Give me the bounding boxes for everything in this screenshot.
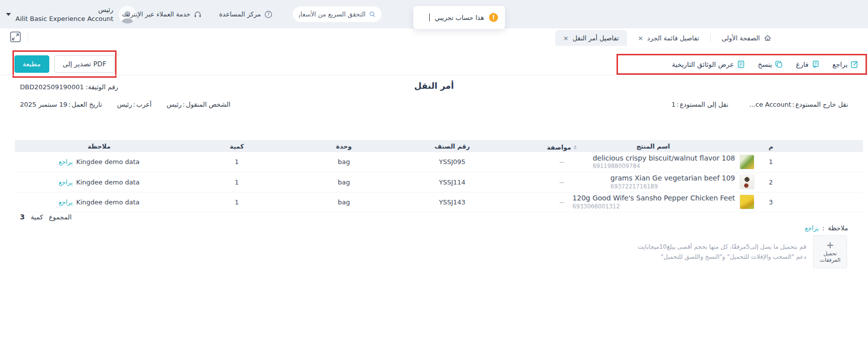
demo-account-notice: ! هذا حساب تجريبي <box>413 6 505 29</box>
search-input[interactable] <box>299 10 366 18</box>
tabs: الصفحة الأولى تفاصيل قائمة الجرد × تفاصي… <box>555 30 779 46</box>
note-text: Kingdee demo data <box>76 178 139 186</box>
product-name: 120g Good Wife's Sansho Pepper Chicken F… <box>573 194 735 203</box>
expand-icon <box>10 31 21 42</box>
totals-row: المجموع كمية 3 <box>20 213 72 221</box>
upload-hint: قم بتحميل ما يصل إلى5مرفقًا، كل منها بحج… <box>637 242 806 262</box>
quantity-cell: 1 <box>183 192 290 212</box>
header-quantity: كمية <box>183 140 290 152</box>
tab-inventory-details[interactable]: تفاصيل قائمة الجرد × <box>630 30 707 46</box>
row-index: 1 <box>758 152 783 172</box>
row-spacer <box>783 192 863 212</box>
note-cell: Kingdee demo data يراجع <box>15 172 183 192</box>
warning-icon: ! <box>489 13 498 22</box>
quantity-cell: 1 <box>183 152 290 172</box>
header-index: م <box>758 140 783 152</box>
field-separator: : <box>677 101 679 108</box>
tab-home[interactable]: الصفحة الأولى <box>714 30 779 46</box>
warehouse-fields: نقل خارج المستودع:ce Account... نقل إلى … <box>671 101 848 108</box>
review-label: يراجع <box>833 60 848 68</box>
row-spacer <box>783 152 863 172</box>
void-button[interactable]: فارغ <box>796 60 819 68</box>
copy-button[interactable]: ينسخ <box>758 60 783 68</box>
quantity-cell: 1 <box>183 172 290 192</box>
upload-hint-line2: دعم "السحب والإفلات للتحميل" و"النسخ وال… <box>637 252 806 262</box>
field-label: نقل إلى المستودع <box>680 101 729 108</box>
product-thumbnail <box>740 175 754 189</box>
user-account-name: Ailit Basic Experience Account <box>15 14 114 23</box>
edit-icon <box>851 60 859 68</box>
item-number-cell: YSSJ095 <box>397 152 507 172</box>
field-transfer-in-warehouse: نقل إلى المستودع:1 <box>671 101 728 108</box>
tab-inventory-label: تفاصيل قائمة الجرد <box>647 34 699 42</box>
svg-text:?: ? <box>267 12 269 17</box>
document-lines-icon <box>737 60 745 68</box>
search-icon <box>369 10 375 18</box>
row-spacer <box>783 172 863 192</box>
row-index: 3 <box>758 192 783 212</box>
table-row: 3 120g Good Wife's Sansho Pepper Chicken… <box>15 192 863 212</box>
note-review-link[interactable]: يراجع <box>59 158 73 166</box>
product-cell: delicious crispy biscuit/walnut flavor 1… <box>617 152 758 172</box>
attachments-section: + تحميل المرفقات قم بتحميل ما يصل إلى5مر… <box>637 235 847 268</box>
note-separator: : <box>822 224 824 232</box>
print-export-group: مطبعة تصدير إلى PDF <box>12 50 117 78</box>
home-icon <box>764 34 771 42</box>
product-barcode: 6937221716189 <box>611 183 658 190</box>
tab-home-label: الصفحة الأولى <box>722 34 760 42</box>
sort-icon[interactable] <box>574 145 577 150</box>
product-barcode: 6911988009784 <box>593 163 640 170</box>
spec-cell: -- <box>507 172 617 192</box>
review-button[interactable]: يراجع <box>833 60 859 68</box>
item-number-cell: YSSJ114 <box>397 172 507 192</box>
copy-icon <box>775 60 783 68</box>
note-review-link[interactable]: يراجع <box>59 178 73 186</box>
note-review-link[interactable]: يراجع <box>59 198 73 206</box>
document-actions: يراجع فارغ ينسخ عرض الوثائق التاريخية <box>617 54 867 75</box>
expand-button[interactable] <box>10 31 21 42</box>
text-caret <box>429 13 430 21</box>
field-separator: : <box>68 101 70 108</box>
tab-transfer-order-details[interactable]: تفاصيل أمر النقل × <box>555 30 627 46</box>
field-label: نقل خارج المستودع <box>795 101 848 108</box>
row-index: 2 <box>758 172 783 192</box>
unit-cell: bag <box>290 172 397 192</box>
question-circle-icon: ? <box>264 10 272 18</box>
help-center-link[interactable]: ? مركز المساعدة <box>219 0 272 28</box>
chevron-down-icon <box>6 13 11 16</box>
total-qty-label: كمية <box>31 213 43 221</box>
upload-hint-line1: قم بتحميل ما يصل إلى5مرفقًا، كل منها بحج… <box>637 242 806 252</box>
upload-label: تحميل المرفقات <box>814 250 847 263</box>
print-button[interactable]: مطبعة <box>14 55 49 72</box>
note-cell: Kingdee demo data يراجع <box>15 192 183 212</box>
item-number-cell: YSSJ143 <box>397 192 507 212</box>
note-review-link[interactable]: يراجع <box>805 224 819 232</box>
view-history-label: عرض الوثائق التاريخية <box>672 60 734 68</box>
total-label: المجموع <box>49 213 71 221</box>
plus-icon: + <box>826 240 834 250</box>
field-separator: : <box>133 101 135 108</box>
divider <box>710 34 711 42</box>
field-value: 1 <box>671 101 675 108</box>
field-declared-by: أعرب:رئيس <box>117 101 152 108</box>
export-pdf-button[interactable]: تصدير إلى PDF <box>54 55 115 72</box>
product-cell: grams Xian Ge vegetarian beef 109 693722… <box>617 172 758 192</box>
field-value: ce Account... <box>749 101 791 108</box>
product-name: delicious crispy biscuit/walnut flavor 1… <box>593 154 735 163</box>
customer-service-label: خدمة العملاء عبر الإنترنت <box>122 10 190 18</box>
close-tab-icon[interactable]: × <box>563 35 569 41</box>
divider <box>28 32 28 42</box>
table-header-row: م اسم المنتج مواصفة رقم الصنف وحدة كمية … <box>15 140 863 152</box>
view-history-button[interactable]: عرض الوثائق التاريخية <box>672 60 745 68</box>
quick-price-search[interactable] <box>293 6 381 22</box>
product-name: grams Xian Ge vegetarian beef 109 <box>611 174 735 183</box>
headset-icon <box>194 10 202 18</box>
close-tab-icon[interactable]: × <box>638 35 643 41</box>
header-specification[interactable]: مواصفة <box>507 140 617 152</box>
online-customer-service-link[interactable]: خدمة العملاء عبر الإنترنت <box>122 0 202 28</box>
upload-attachment-button[interactable]: + تحميل المرفقات <box>813 235 847 268</box>
product-barcode: 6933066001312 <box>573 203 620 210</box>
user-menu[interactable]: رئيس Ailit Basic Experience Account <box>6 4 137 25</box>
field-value: 19 سبتمبر 2025 <box>20 101 67 108</box>
document-number: رقم الوثيقة: DBD202509190001 <box>20 83 118 91</box>
